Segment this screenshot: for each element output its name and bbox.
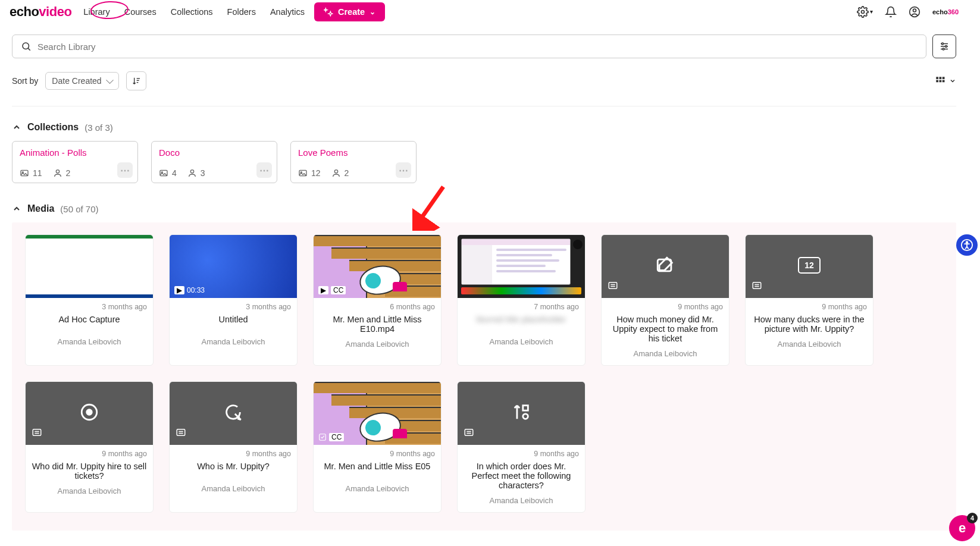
chevron-down-icon: ⌄ [370, 8, 375, 16]
search-input[interactable] [37, 42, 918, 52]
media-thumbnail[interactable]: ▶ CC [314, 235, 441, 298]
collection-card[interactable]: Love Poems 12 2 ⋯ [290, 141, 417, 183]
media-title: Media [27, 203, 54, 214]
sort-select[interactable]: Date Created [45, 72, 118, 90]
collections-title: Collections [27, 122, 79, 133]
collection-card[interactable]: Animation - Polls 11 2 ⋯ [12, 141, 138, 183]
media-author: Amanda Leibovich [26, 335, 153, 353]
media-thumbnail[interactable]: ▶ 00:33 [170, 235, 297, 298]
nav-collections[interactable]: Collections [170, 5, 214, 19]
media-card[interactable]: 9 months ago Who did Mr. Uppity hire to … [25, 381, 154, 513]
accessibility-button[interactable] [956, 234, 978, 256]
item-count: 4 [159, 168, 177, 178]
collection-title[interactable]: Animation - Polls [20, 148, 130, 158]
media-title[interactable]: Who is Mr. Uppity? [170, 458, 297, 482]
media-thumbnail[interactable] [602, 235, 729, 298]
nav-analytics[interactable]: Analytics [269, 5, 306, 19]
collection-menu-button[interactable]: ⋯ [396, 162, 411, 178]
media-card[interactable]: ▶ CC 6 months ago Mr. Men and Little Mis… [313, 234, 442, 366]
media-thumbnail[interactable] [458, 382, 585, 445]
media-card[interactable]: 7 months ago blurred title placeholder A… [457, 234, 586, 366]
sort-desc-icon [131, 76, 141, 86]
top-header: echovideo Library Courses Collections Fo… [0, 0, 968, 24]
collection-title[interactable]: Doco [159, 148, 270, 158]
media-title[interactable]: blurred title placeholder [458, 311, 585, 335]
media-title[interactable]: In which order does Mr. Perfect meet the… [458, 458, 585, 494]
svg-point-2 [913, 9, 916, 12]
media-age: 7 months ago [458, 298, 585, 311]
account-button[interactable] [909, 6, 920, 18]
help-button[interactable]: e 4 [949, 515, 975, 541]
media-author: Amanda Leibovich [314, 482, 441, 500]
media-title[interactable]: Ad Hoc Capture [26, 311, 153, 335]
help-e-icon: e [959, 520, 966, 536]
sort-direction-button[interactable] [126, 71, 146, 90]
media-thumbnail[interactable] [458, 235, 585, 298]
sort-label: Sort by [12, 76, 38, 86]
media-author: Amanda Leibovich [26, 484, 153, 503]
grid-icon [935, 76, 945, 86]
media-thumbnail[interactable] [26, 235, 153, 298]
nav-library[interactable]: Library [82, 5, 111, 19]
svg-point-3 [23, 43, 29, 49]
view-switch[interactable] [935, 76, 956, 86]
svg-rect-47 [523, 406, 528, 411]
member-count: 2 [331, 168, 349, 178]
nav-courses[interactable]: Courses [123, 5, 158, 19]
item-count: 12 [298, 168, 321, 178]
play-icon: ▶ [174, 286, 184, 294]
gear-icon [857, 6, 869, 18]
media-card[interactable]: 3 months ago Ad Hoc Capture Amanda Leibo… [25, 234, 154, 366]
notifications-button[interactable] [885, 6, 897, 18]
create-label: Create [338, 7, 365, 17]
media-title[interactable]: How many ducks were in the picture with … [746, 311, 873, 337]
media-author: Amanda Leibovich [458, 494, 585, 512]
media-card[interactable]: CC 9 months ago Mr. Men and Little Miss … [313, 381, 442, 513]
media-thumbnail[interactable]: CC [314, 382, 441, 445]
sliders-icon [939, 41, 950, 52]
collection-menu-button[interactable]: ⋯ [256, 162, 272, 178]
filter-button[interactable] [932, 34, 956, 58]
media-section-header[interactable]: Media (50 of 70) [12, 203, 956, 214]
media-thumbnail[interactable]: 12 [746, 235, 873, 298]
collection-menu-button[interactable]: ⋯ [117, 162, 133, 178]
users-icon [331, 168, 341, 178]
svg-rect-30 [609, 283, 617, 289]
media-title[interactable]: Mr. Men and Little Miss E05 [314, 458, 441, 482]
collections-count: (3 of 3) [84, 123, 113, 133]
media-age: 3 months ago [26, 298, 153, 311]
chevron-up-icon [12, 204, 21, 214]
media-age: 9 months ago [458, 445, 585, 458]
svg-line-4 [28, 48, 30, 50]
item-count: 11 [20, 168, 42, 178]
media-icon [159, 168, 168, 178]
media-age: 3 months ago [170, 298, 297, 311]
media-title[interactable]: Who did Mr. Uppity hire to sell tickets? [26, 458, 153, 484]
media-author: Amanda Leibovich [458, 335, 585, 353]
create-button[interactable]: Create ⌄ [314, 2, 385, 21]
media-card[interactable]: 9 months ago How much money did Mr. Uppi… [601, 234, 729, 366]
collection-title[interactable]: Love Poems [298, 148, 409, 158]
svg-rect-35 [753, 283, 761, 289]
search-box[interactable] [12, 34, 926, 58]
media-title[interactable]: How much money did Mr. Uppity expect to … [602, 311, 729, 347]
media-title[interactable]: Mr. Men and Little Miss E10.mp4 [314, 311, 441, 337]
media-card[interactable]: 9 months ago In which order does Mr. Per… [457, 381, 586, 513]
search-icon [21, 41, 32, 52]
media-title[interactable]: Untitled [170, 311, 297, 335]
collection-card[interactable]: Doco 4 3 ⋯ [151, 141, 277, 183]
svg-point-48 [523, 414, 528, 419]
media-thumbnail[interactable] [26, 382, 153, 445]
media-card[interactable]: ▶ 00:33 3 months ago Untitled Amanda Lei… [169, 234, 298, 366]
media-thumbnail[interactable] [170, 382, 297, 445]
media-card[interactable]: 12 9 months ago How many ducks were in t… [745, 234, 873, 366]
svg-point-25 [190, 170, 193, 173]
svg-rect-16 [943, 77, 945, 79]
echo360-logo[interactable]: echo360 [932, 8, 959, 15]
brand-logo[interactable]: echovideo [10, 4, 71, 20]
media-card[interactable]: 9 months ago Who is Mr. Uppity? Amanda L… [169, 381, 298, 513]
nav-folders[interactable]: Folders [226, 5, 257, 19]
settings-menu[interactable]: ▾ [857, 6, 873, 18]
collections-section-header[interactable]: Collections (3 of 3) [12, 122, 956, 133]
media-icon [298, 168, 308, 178]
